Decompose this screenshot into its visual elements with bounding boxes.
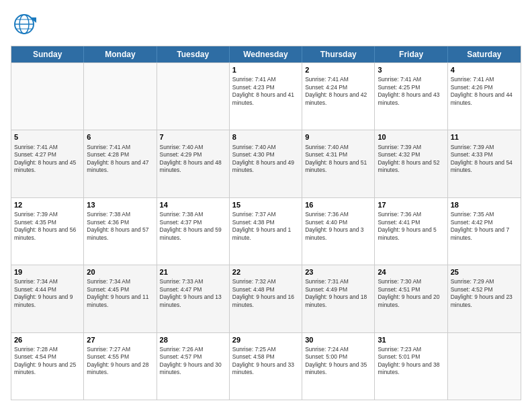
logo-icon [11,11,38,38]
day-info: Sunrise: 7:40 AM Sunset: 4:29 PM Dayligh… [160,144,226,175]
calendar-week-1: 1Sunrise: 7:41 AM Sunset: 4:23 PM Daylig… [11,62,521,130]
logo [11,11,40,38]
calendar-day-19: 19Sunrise: 7:34 AM Sunset: 4:44 PM Dayli… [11,265,84,332]
day-number: 3 [378,65,444,75]
calendar-day-30: 30Sunrise: 7:24 AM Sunset: 5:00 PM Dayli… [302,333,375,400]
day-info: Sunrise: 7:35 AM Sunset: 4:42 PM Dayligh… [451,211,518,242]
day-number: 17 [378,200,444,210]
day-info: Sunrise: 7:29 AM Sunset: 4:52 PM Dayligh… [451,278,518,309]
day-info: Sunrise: 7:24 AM Sunset: 5:00 PM Dayligh… [305,346,371,377]
day-info: Sunrise: 7:27 AM Sunset: 4:55 PM Dayligh… [87,346,153,377]
page: SundayMondayTuesdayWednesdayThursdayFrid… [0,0,532,411]
day-info: Sunrise: 7:41 AM Sunset: 4:23 PM Dayligh… [232,76,299,107]
calendar-day-21: 21Sunrise: 7:33 AM Sunset: 4:47 PM Dayli… [157,265,230,332]
calendar-day-17: 17Sunrise: 7:36 AM Sunset: 4:41 PM Dayli… [375,198,447,265]
calendar-day-15: 15Sunrise: 7:37 AM Sunset: 4:38 PM Dayli… [230,198,302,265]
day-info: Sunrise: 7:41 AM Sunset: 4:26 PM Dayligh… [451,76,518,107]
calendar-empty [448,333,521,400]
day-number: 28 [160,335,226,345]
day-number: 10 [378,132,444,142]
calendar-day-31: 31Sunrise: 7:23 AM Sunset: 5:01 PM Dayli… [375,333,447,400]
calendar-day-12: 12Sunrise: 7:39 AM Sunset: 4:35 PM Dayli… [11,198,84,265]
calendar-day-2: 2Sunrise: 7:41 AM Sunset: 4:24 PM Daylig… [302,63,375,130]
calendar-day-20: 20Sunrise: 7:34 AM Sunset: 4:45 PM Dayli… [84,265,157,332]
calendar-day-4: 4Sunrise: 7:41 AM Sunset: 4:26 PM Daylig… [448,63,521,130]
day-info: Sunrise: 7:36 AM Sunset: 4:40 PM Dayligh… [305,211,371,242]
weekday-header-friday: Friday [375,46,447,62]
calendar-day-8: 8Sunrise: 7:40 AM Sunset: 4:30 PM Daylig… [230,130,302,197]
calendar-day-26: 26Sunrise: 7:28 AM Sunset: 4:54 PM Dayli… [11,333,84,400]
calendar-day-9: 9Sunrise: 7:40 AM Sunset: 4:31 PM Daylig… [302,130,375,197]
calendar-day-13: 13Sunrise: 7:38 AM Sunset: 4:36 PM Dayli… [84,198,157,265]
calendar-day-16: 16Sunrise: 7:36 AM Sunset: 4:40 PM Dayli… [302,198,375,265]
calendar-week-2: 5Sunrise: 7:41 AM Sunset: 4:27 PM Daylig… [11,130,521,197]
calendar-empty [157,63,230,130]
calendar-day-27: 27Sunrise: 7:27 AM Sunset: 4:55 PM Dayli… [84,333,157,400]
weekday-header-sunday: Sunday [11,46,84,62]
day-number: 26 [14,335,81,345]
calendar-day-28: 28Sunrise: 7:26 AM Sunset: 4:57 PM Dayli… [157,333,230,400]
calendar-day-25: 25Sunrise: 7:29 AM Sunset: 4:52 PM Dayli… [448,265,521,332]
day-info: Sunrise: 7:39 AM Sunset: 4:33 PM Dayligh… [451,144,518,175]
calendar-body: 1Sunrise: 7:41 AM Sunset: 4:23 PM Daylig… [11,62,521,400]
calendar-day-3: 3Sunrise: 7:41 AM Sunset: 4:25 PM Daylig… [375,63,447,130]
day-info: Sunrise: 7:31 AM Sunset: 4:49 PM Dayligh… [305,278,371,309]
day-info: Sunrise: 7:25 AM Sunset: 4:58 PM Dayligh… [232,346,299,377]
calendar-day-1: 1Sunrise: 7:41 AM Sunset: 4:23 PM Daylig… [230,63,302,130]
day-number: 22 [232,267,299,277]
day-info: Sunrise: 7:34 AM Sunset: 4:45 PM Dayligh… [87,278,153,309]
calendar-day-6: 6Sunrise: 7:41 AM Sunset: 4:28 PM Daylig… [84,130,157,197]
day-number: 5 [14,132,81,142]
day-number: 12 [14,200,81,210]
calendar-header: SundayMondayTuesdayWednesdayThursdayFrid… [11,46,521,62]
day-number: 9 [305,132,371,142]
day-number: 1 [232,65,299,75]
day-info: Sunrise: 7:40 AM Sunset: 4:31 PM Dayligh… [305,144,371,175]
day-info: Sunrise: 7:34 AM Sunset: 4:44 PM Dayligh… [14,278,81,309]
day-number: 6 [87,132,153,142]
day-info: Sunrise: 7:38 AM Sunset: 4:36 PM Dayligh… [87,211,153,242]
day-info: Sunrise: 7:41 AM Sunset: 4:24 PM Dayligh… [305,76,371,107]
calendar: SundayMondayTuesdayWednesdayThursdayFrid… [11,46,521,400]
calendar-day-10: 10Sunrise: 7:39 AM Sunset: 4:32 PM Dayli… [375,130,447,197]
calendar-day-7: 7Sunrise: 7:40 AM Sunset: 4:29 PM Daylig… [157,130,230,197]
day-number: 20 [87,267,153,277]
weekday-header-monday: Monday [84,46,157,62]
day-info: Sunrise: 7:41 AM Sunset: 4:25 PM Dayligh… [378,76,444,107]
calendar-day-29: 29Sunrise: 7:25 AM Sunset: 4:58 PM Dayli… [230,333,302,400]
day-info: Sunrise: 7:30 AM Sunset: 4:51 PM Dayligh… [378,278,444,309]
calendar-day-5: 5Sunrise: 7:41 AM Sunset: 4:27 PM Daylig… [11,130,84,197]
day-number: 30 [305,335,371,345]
calendar-week-5: 26Sunrise: 7:28 AM Sunset: 4:54 PM Dayli… [11,332,521,400]
day-number: 11 [451,132,518,142]
day-number: 4 [451,65,518,75]
day-number: 8 [232,132,299,142]
calendar-day-11: 11Sunrise: 7:39 AM Sunset: 4:33 PM Dayli… [448,130,521,197]
day-info: Sunrise: 7:32 AM Sunset: 4:48 PM Dayligh… [232,278,299,309]
day-number: 16 [305,200,371,210]
day-info: Sunrise: 7:26 AM Sunset: 4:57 PM Dayligh… [160,346,226,377]
weekday-header-saturday: Saturday [448,46,521,62]
day-info: Sunrise: 7:23 AM Sunset: 5:01 PM Dayligh… [378,346,444,377]
day-info: Sunrise: 7:41 AM Sunset: 4:27 PM Dayligh… [14,144,81,175]
day-number: 2 [305,65,371,75]
header [11,11,521,38]
day-number: 27 [87,335,153,345]
weekday-header-wednesday: Wednesday [230,46,302,62]
day-number: 25 [451,267,518,277]
day-info: Sunrise: 7:33 AM Sunset: 4:47 PM Dayligh… [160,278,226,309]
calendar-day-18: 18Sunrise: 7:35 AM Sunset: 4:42 PM Dayli… [448,198,521,265]
day-info: Sunrise: 7:36 AM Sunset: 4:41 PM Dayligh… [378,211,444,242]
day-number: 29 [232,335,299,345]
weekday-header-tuesday: Tuesday [157,46,230,62]
day-number: 15 [232,200,299,210]
calendar-day-23: 23Sunrise: 7:31 AM Sunset: 4:49 PM Dayli… [302,265,375,332]
day-number: 19 [14,267,81,277]
day-info: Sunrise: 7:28 AM Sunset: 4:54 PM Dayligh… [14,346,81,377]
day-number: 31 [378,335,444,345]
day-info: Sunrise: 7:39 AM Sunset: 4:35 PM Dayligh… [14,211,81,242]
day-number: 13 [87,200,153,210]
day-info: Sunrise: 7:39 AM Sunset: 4:32 PM Dayligh… [378,144,444,175]
day-info: Sunrise: 7:37 AM Sunset: 4:38 PM Dayligh… [232,211,299,242]
day-number: 14 [160,200,226,210]
